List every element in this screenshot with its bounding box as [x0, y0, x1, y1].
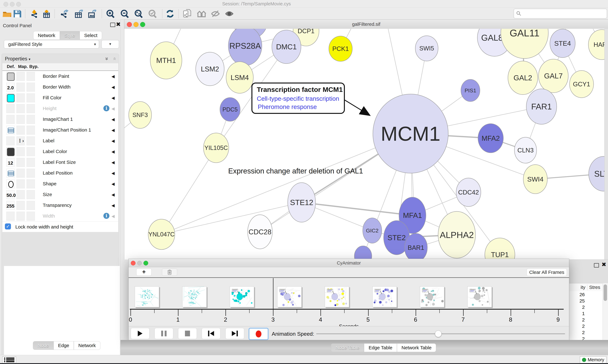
expand-row-arrow[interactable]: ◀ [111, 74, 115, 79]
duplicate-network-icon[interactable] [182, 10, 192, 18]
network-window-titlebar[interactable]: galFiltered.sif [124, 19, 608, 29]
property-row-label-font-size[interactable]: 12Label Font Size◀ [2, 157, 118, 168]
network-node-gal2[interactable]: GAL2 [508, 61, 538, 95]
search-input[interactable] [523, 11, 607, 16]
next-frame-button[interactable] [225, 328, 244, 339]
tab-node[interactable]: Node [33, 341, 54, 350]
def-cell[interactable] [6, 180, 14, 188]
byp-cell[interactable] [27, 83, 35, 91]
property-row-shape[interactable]: Shape◀ [2, 178, 118, 189]
table-row[interactable]: 2 [569, 329, 603, 336]
map-cell[interactable] [16, 147, 25, 156]
frame-thumbnail-4[interactable] [325, 286, 349, 307]
property-row-transparency[interactable]: 255Transparency◀ [2, 200, 118, 211]
network-node-snf3[interactable]: SNF3 [129, 102, 152, 128]
map-cell[interactable] [16, 190, 25, 199]
table-row[interactable]: 2 [569, 317, 603, 323]
network-node-cdc42[interactable]: CDC42 [456, 178, 481, 207]
default-value[interactable]: 2.0 [6, 85, 14, 91]
table-row[interactable]: 1 [569, 310, 603, 317]
frame-thumbnail-7[interactable] [467, 286, 492, 307]
frame-thumbnail-3[interactable] [277, 286, 302, 307]
def-cell[interactable] [6, 104, 14, 113]
network-canvas[interactable]: RPS28BDCP1PCK1SWI5GAL80GAL11STE4HAP2RPS2… [124, 29, 608, 260]
byp-cell[interactable] [27, 115, 35, 124]
network-node-pck1[interactable]: PCK1 [329, 36, 352, 61]
network-node-gic2[interactable]: GIC2 [363, 218, 382, 243]
table-header[interactable]: ity Stres [569, 283, 603, 291]
map-cell[interactable] [16, 158, 25, 167]
expand-row-arrow[interactable]: ◀ [111, 171, 115, 176]
network-node-lsm2[interactable]: LSM2 [196, 52, 224, 86]
expand-row-arrow[interactable]: ◀ [111, 85, 115, 90]
expand-row-arrow[interactable]: ◀ [111, 106, 115, 111]
animation-speed-thumb[interactable] [435, 330, 442, 337]
property-row-image-chart-position-1[interactable]: Image/Chart Position 1◀ [2, 125, 118, 135]
expand-row-arrow[interactable]: ◀ [111, 160, 115, 165]
style-options-button[interactable]: ▾ [101, 40, 119, 49]
byp-cell[interactable] [27, 201, 35, 210]
def-cell[interactable] [6, 126, 14, 135]
byp-cell[interactable] [27, 104, 35, 113]
byp-cell[interactable] [27, 180, 35, 188]
def-cell[interactable] [6, 93, 14, 102]
default-value[interactable]: 255 [6, 203, 14, 209]
home-views-icon[interactable] [197, 10, 206, 18]
def-cell[interactable] [6, 115, 14, 124]
map-cell[interactable] [16, 126, 25, 135]
hide-details-icon[interactable] [211, 10, 220, 18]
network-node-gal7[interactable]: GAL7 [539, 59, 568, 93]
cyanimator-titlebar[interactable]: CyAnimator [129, 259, 569, 267]
save-session-icon[interactable] [13, 10, 22, 18]
network-node-swi4[interactable]: SWI4 [523, 165, 547, 194]
zoom-fit-icon[interactable] [134, 10, 143, 18]
network-node-mcm1[interactable]: MCM1 [373, 94, 448, 173]
tab-network-table[interactable]: Network Table [397, 343, 436, 352]
map-cell[interactable] [16, 115, 25, 124]
export-table-icon[interactable] [74, 10, 83, 18]
network-node-cdc28[interactable]: CDC28 [248, 215, 272, 249]
collapse-all-icon[interactable]: » [112, 56, 116, 62]
info-icon[interactable]: i [103, 213, 110, 219]
network-node-bar1[interactable]: BAR1 [404, 234, 427, 260]
expand-row-arrow[interactable]: ◀ [111, 192, 115, 197]
record-button[interactable] [249, 328, 268, 340]
tab-node-table[interactable]: Node Table [331, 343, 364, 352]
network-node-rps28a[interactable]: RPS28A [228, 29, 262, 66]
property-row-size[interactable]: 50.0Size◀ [2, 189, 118, 200]
def-cell[interactable] [6, 212, 14, 221]
property-row-height[interactable]: Heighti◀ [2, 103, 118, 114]
tab-network[interactable]: Network [33, 31, 60, 40]
table-vertical-scrollbar[interactable] [603, 283, 608, 340]
refresh-layout-icon[interactable] [165, 10, 175, 18]
tab-edge[interactable]: Edge [54, 341, 74, 350]
pause-button[interactable] [154, 328, 173, 339]
network-node-mth1[interactable]: MTH1 [150, 42, 182, 79]
clear-all-frames-button[interactable]: Clear All Frames [527, 269, 567, 276]
annotation-link-1[interactable]: Cell-type-specific transcription [257, 95, 339, 102]
table-column-ity[interactable]: ity [569, 285, 585, 290]
task-history-button[interactable] [2, 356, 16, 363]
expand-row-arrow[interactable]: ◀ [111, 95, 115, 100]
tab-edge-table[interactable]: Edge Table [364, 343, 397, 352]
network-node-cln3[interactable]: CLN3 [514, 137, 537, 163]
expand-row-arrow[interactable]: ◀ [111, 214, 115, 219]
property-row-image-chart-1[interactable]: Image/Chart 1◀ [2, 114, 118, 125]
expand-row-arrow[interactable]: ◀ [111, 182, 115, 186]
zoom-selected-icon[interactable] [148, 10, 157, 18]
stop-button[interactable] [178, 328, 197, 339]
add-frame-button[interactable]: + [136, 269, 152, 276]
network-node-alpha2[interactable]: ALPHA2 [438, 211, 475, 258]
annotation-link-2[interactable]: Pheromone response [258, 104, 317, 110]
frame-thumbnail-1[interactable] [182, 286, 207, 307]
color-swatch[interactable] [7, 148, 14, 156]
show-details-icon[interactable] [224, 10, 234, 18]
frame-thumbnail-0[interactable] [135, 286, 159, 307]
color-swatch[interactable] [7, 94, 14, 102]
annotation-box[interactable]: Transcription factor MCM1 Cell-type-spec… [251, 83, 345, 114]
map-cell[interactable]: ⋮› [16, 136, 25, 145]
expand-row-arrow[interactable]: ◀ [111, 149, 115, 154]
default-value[interactable]: 50.0 [6, 193, 14, 198]
byp-cell[interactable] [27, 158, 35, 167]
play-button[interactable] [131, 328, 150, 339]
